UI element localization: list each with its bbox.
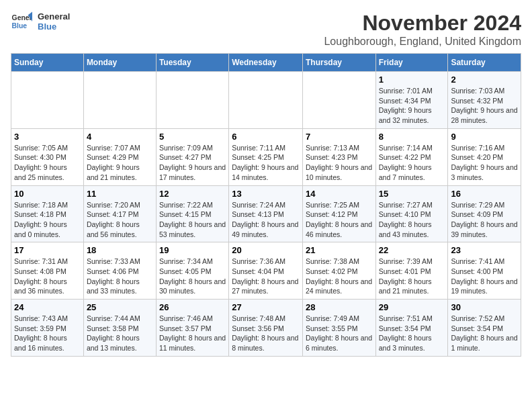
day-number: 26 [159, 302, 226, 312]
day-info: Sunrise: 7:34 AM Sunset: 4:05 PM Dayligh… [159, 257, 226, 296]
calendar-cell: 2Sunrise: 7:03 AM Sunset: 4:32 PM Daylig… [448, 72, 521, 129]
day-info: Sunrise: 7:22 AM Sunset: 4:15 PM Dayligh… [159, 200, 226, 240]
svg-text:Blue: Blue [12, 22, 28, 30]
day-info: Sunrise: 7:13 AM Sunset: 4:23 PM Dayligh… [306, 143, 373, 183]
calendar-table: SundayMondayTuesdayWednesdayThursdayFrid… [11, 53, 521, 357]
day-info: Sunrise: 7:44 AM Sunset: 3:58 PM Dayligh… [87, 314, 153, 353]
day-number: 15 [379, 189, 445, 199]
calendar-cell: 14Sunrise: 7:25 AM Sunset: 4:12 PM Dayli… [302, 185, 375, 242]
page-header: General Blue General Blue November 2024 … [11, 11, 521, 48]
day-number: 29 [379, 302, 445, 312]
day-info: Sunrise: 7:16 AM Sunset: 4:20 PM Dayligh… [451, 143, 518, 183]
day-number: 1 [379, 75, 445, 85]
day-info: Sunrise: 7:46 AM Sunset: 3:57 PM Dayligh… [159, 314, 226, 353]
calendar-cell: 13Sunrise: 7:24 AM Sunset: 4:13 PM Dayli… [229, 185, 303, 242]
day-number: 22 [379, 245, 445, 255]
calendar-cell: 21Sunrise: 7:38 AM Sunset: 4:02 PM Dayli… [302, 242, 375, 300]
day-number: 19 [159, 245, 226, 255]
day-info: Sunrise: 7:25 AM Sunset: 4:12 PM Dayligh… [306, 200, 373, 240]
day-info: Sunrise: 7:38 AM Sunset: 4:02 PM Dayligh… [306, 257, 373, 296]
day-info: Sunrise: 7:27 AM Sunset: 4:10 PM Dayligh… [379, 200, 445, 240]
logo-text-blue: Blue [38, 21, 70, 32]
calendar-cell: 12Sunrise: 7:22 AM Sunset: 4:15 PM Dayli… [156, 185, 228, 242]
day-number: 4 [87, 132, 153, 142]
calendar-cell: 18Sunrise: 7:33 AM Sunset: 4:06 PM Dayli… [83, 242, 156, 300]
weekday-header-thursday: Thursday [302, 54, 375, 72]
calendar-cell: 11Sunrise: 7:20 AM Sunset: 4:17 PM Dayli… [83, 185, 156, 242]
calendar-cell [229, 72, 303, 129]
calendar-week-row: 1Sunrise: 7:01 AM Sunset: 4:34 PM Daylig… [11, 72, 521, 129]
day-info: Sunrise: 7:43 AM Sunset: 3:59 PM Dayligh… [14, 314, 81, 353]
weekday-header-monday: Monday [83, 54, 156, 72]
calendar-week-row: 17Sunrise: 7:31 AM Sunset: 4:08 PM Dayli… [11, 242, 521, 300]
day-info: Sunrise: 7:36 AM Sunset: 4:04 PM Dayligh… [232, 257, 300, 296]
calendar-cell: 1Sunrise: 7:01 AM Sunset: 4:34 PM Daylig… [375, 72, 448, 129]
weekday-header-wednesday: Wednesday [229, 54, 303, 72]
logo: General Blue General Blue [11, 11, 70, 32]
day-number: 17 [14, 245, 81, 255]
title-section: November 2024 Loughborough, England, Uni… [324, 11, 521, 48]
calendar-cell: 29Sunrise: 7:51 AM Sunset: 3:54 PM Dayli… [375, 300, 448, 357]
day-number: 23 [451, 245, 518, 255]
day-number: 16 [451, 189, 518, 199]
day-info: Sunrise: 7:07 AM Sunset: 4:29 PM Dayligh… [87, 143, 153, 183]
weekday-header-row: SundayMondayTuesdayWednesdayThursdayFrid… [11, 54, 521, 72]
day-info: Sunrise: 7:49 AM Sunset: 3:55 PM Dayligh… [306, 314, 373, 353]
day-number: 5 [159, 132, 226, 142]
calendar-cell: 20Sunrise: 7:36 AM Sunset: 4:04 PM Dayli… [229, 242, 303, 300]
day-number: 30 [451, 302, 518, 312]
day-number: 20 [232, 245, 300, 255]
day-number: 6 [232, 132, 300, 142]
day-number: 13 [232, 189, 300, 199]
calendar-cell [302, 72, 375, 129]
day-number: 18 [87, 245, 153, 255]
day-number: 8 [379, 132, 445, 142]
calendar-week-row: 10Sunrise: 7:18 AM Sunset: 4:18 PM Dayli… [11, 185, 521, 242]
calendar-cell: 5Sunrise: 7:09 AM Sunset: 4:27 PM Daylig… [156, 128, 228, 185]
day-info: Sunrise: 7:31 AM Sunset: 4:08 PM Dayligh… [14, 257, 81, 296]
day-info: Sunrise: 7:18 AM Sunset: 4:18 PM Dayligh… [14, 200, 81, 240]
day-number: 25 [87, 302, 153, 312]
weekday-header-friday: Friday [375, 54, 448, 72]
day-number: 14 [306, 189, 373, 199]
calendar-cell: 9Sunrise: 7:16 AM Sunset: 4:20 PM Daylig… [448, 128, 521, 185]
day-number: 3 [14, 132, 81, 142]
day-info: Sunrise: 7:14 AM Sunset: 4:22 PM Dayligh… [379, 143, 445, 183]
day-info: Sunrise: 7:48 AM Sunset: 3:56 PM Dayligh… [232, 314, 300, 353]
calendar-cell: 27Sunrise: 7:48 AM Sunset: 3:56 PM Dayli… [229, 300, 303, 357]
day-number: 27 [232, 302, 300, 312]
calendar-cell: 26Sunrise: 7:46 AM Sunset: 3:57 PM Dayli… [156, 300, 228, 357]
day-info: Sunrise: 7:20 AM Sunset: 4:17 PM Dayligh… [87, 200, 153, 240]
day-number: 9 [451, 132, 518, 142]
calendar-cell: 23Sunrise: 7:41 AM Sunset: 4:00 PM Dayli… [448, 242, 521, 300]
weekday-header-tuesday: Tuesday [156, 54, 228, 72]
calendar-week-row: 3Sunrise: 7:05 AM Sunset: 4:30 PM Daylig… [11, 128, 521, 185]
calendar-cell: 16Sunrise: 7:29 AM Sunset: 4:09 PM Dayli… [448, 185, 521, 242]
calendar-cell: 25Sunrise: 7:44 AM Sunset: 3:58 PM Dayli… [83, 300, 156, 357]
calendar-cell [156, 72, 228, 129]
logo-text-general: General [38, 11, 70, 21]
calendar-cell: 22Sunrise: 7:39 AM Sunset: 4:01 PM Dayli… [375, 242, 448, 300]
day-number: 24 [14, 302, 81, 312]
calendar-cell: 3Sunrise: 7:05 AM Sunset: 4:30 PM Daylig… [11, 128, 84, 185]
day-info: Sunrise: 7:39 AM Sunset: 4:01 PM Dayligh… [379, 257, 445, 296]
day-info: Sunrise: 7:03 AM Sunset: 4:32 PM Dayligh… [451, 86, 518, 126]
month-title: November 2024 [324, 11, 521, 36]
day-info: Sunrise: 7:01 AM Sunset: 4:34 PM Dayligh… [379, 86, 445, 126]
day-info: Sunrise: 7:29 AM Sunset: 4:09 PM Dayligh… [451, 200, 518, 240]
day-info: Sunrise: 7:52 AM Sunset: 3:54 PM Dayligh… [451, 314, 518, 353]
day-info: Sunrise: 7:41 AM Sunset: 4:00 PM Dayligh… [451, 257, 518, 296]
day-info: Sunrise: 7:05 AM Sunset: 4:30 PM Dayligh… [14, 143, 81, 183]
day-number: 7 [306, 132, 373, 142]
calendar-cell: 17Sunrise: 7:31 AM Sunset: 4:08 PM Dayli… [11, 242, 84, 300]
weekday-header-saturday: Saturday [448, 54, 521, 72]
day-number: 12 [159, 189, 226, 199]
day-info: Sunrise: 7:11 AM Sunset: 4:25 PM Dayligh… [232, 143, 300, 183]
calendar-cell: 6Sunrise: 7:11 AM Sunset: 4:25 PM Daylig… [229, 128, 303, 185]
calendar-cell [11, 72, 84, 129]
calendar-cell: 30Sunrise: 7:52 AM Sunset: 3:54 PM Dayli… [448, 300, 521, 357]
weekday-header-sunday: Sunday [11, 54, 84, 72]
calendar-cell: 15Sunrise: 7:27 AM Sunset: 4:10 PM Dayli… [375, 185, 448, 242]
day-number: 21 [306, 245, 373, 255]
day-info: Sunrise: 7:51 AM Sunset: 3:54 PM Dayligh… [379, 314, 445, 353]
